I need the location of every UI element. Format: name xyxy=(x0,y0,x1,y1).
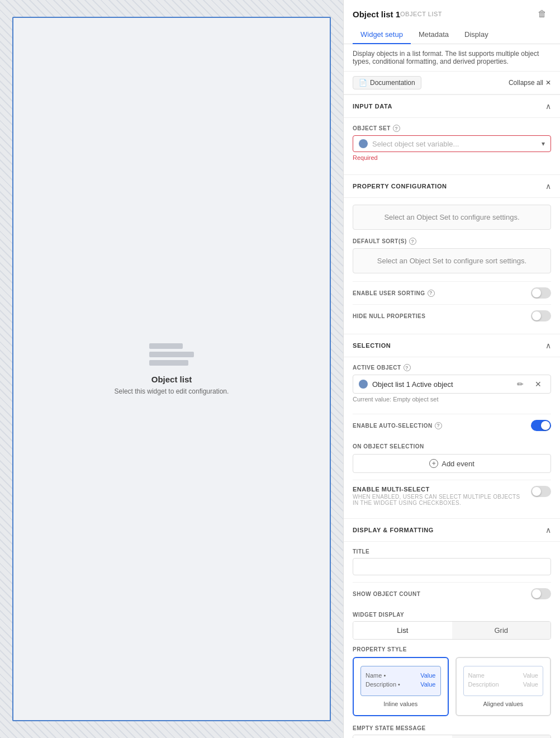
inline-values-card[interactable]: Name • Value Description • Value Inline … xyxy=(353,657,449,716)
show-object-count-toggle[interactable] xyxy=(531,588,551,599)
settings-placeholder: Select an Object Set to configure settin… xyxy=(353,205,551,230)
select-chevron-icon: ▾ xyxy=(542,140,545,148)
object-set-select[interactable]: Select object set variable... ▾ xyxy=(353,135,551,152)
toggle-knob xyxy=(532,288,541,297)
sort-placeholder-text: Select an Object Set to configure sort s… xyxy=(377,257,526,265)
plus-circle-icon: + xyxy=(429,459,438,468)
empty-state-group: EMPTY STATE MESSAGE Default Custom xyxy=(353,725,551,738)
display-formatting-section-header[interactable]: DISPLAY & FORMATTING ∧ xyxy=(344,518,560,542)
right-panel: Object list 1 OBJECT LIST 🗑 Widget setup… xyxy=(343,0,560,738)
panel-title-row: Object list 1 OBJECT LIST 🗑 xyxy=(353,7,551,21)
aligned-values-label: Aligned values xyxy=(463,701,544,707)
clear-active-object-button[interactable]: ✕ xyxy=(531,379,545,390)
on-object-selection-group: ON OBJECT SELECTION + Add event xyxy=(353,443,551,473)
active-object-value: Object list 1 Active object xyxy=(372,380,509,389)
enable-auto-selection-toggle[interactable] xyxy=(531,420,551,431)
widget-display-toggle-group: List Grid xyxy=(353,621,551,640)
tab-display[interactable]: Display xyxy=(457,26,496,44)
prop2-value2: Value xyxy=(523,681,538,688)
toggle-knob-4 xyxy=(532,487,541,496)
active-object-icon xyxy=(359,380,368,389)
current-value-text: Current value: Empty object set xyxy=(353,394,551,407)
active-object-field: Object list 1 Active object ✏ ✕ xyxy=(353,375,551,394)
property-style-label: PROPERTY STYLE xyxy=(353,646,551,652)
required-label: Required xyxy=(353,154,551,161)
prop2-desc: Description xyxy=(468,681,499,688)
doc-icon: 📄 xyxy=(359,79,367,87)
show-object-count-row: SHOW OBJECT COUNT xyxy=(353,582,551,605)
collapse-all-button[interactable]: Collapse all ✕ xyxy=(509,79,551,87)
default-sort-field-group: DEFAULT SORT(S) ? Select an Object Set t… xyxy=(353,238,551,273)
aligned-values-card[interactable]: Name Value Description Value Aligned val… xyxy=(455,657,552,716)
description-text: Display objects in a list format. The li… xyxy=(353,50,539,65)
enable-sorting-toggle[interactable] xyxy=(531,287,551,299)
documentation-button[interactable]: 📄 Documentation xyxy=(353,76,421,89)
display-formatting-chevron: ∧ xyxy=(545,526,551,534)
tab-metadata[interactable]: Metadata xyxy=(411,26,457,44)
hide-null-toggle[interactable] xyxy=(531,310,551,321)
sort-help-icon[interactable]: ? xyxy=(409,238,416,245)
input-data-chevron: ∧ xyxy=(545,102,551,111)
property-config-section-header[interactable]: PROPERTY CONFIGURATION ∧ xyxy=(344,174,560,198)
icon-bar-1 xyxy=(149,343,183,349)
default-sorts-label: DEFAULT SORT(S) ? xyxy=(353,238,551,245)
toggle-knob-3 xyxy=(541,421,550,430)
delete-button[interactable]: 🗑 xyxy=(533,7,551,21)
canvas-widget-subtitle: Select this widget to edit configuration… xyxy=(115,387,229,395)
widget-display-label: WIDGET DISPLAY xyxy=(353,612,551,618)
enable-sorting-label: ENABLE USER SORTING ? xyxy=(353,290,435,297)
prop2-name: Name xyxy=(468,672,485,679)
multi-select-label-group: ENABLE MULTI-SELECT WHEN ENABLED, USERS … xyxy=(353,486,531,506)
settings-placeholder-text: Select an Object Set to configure settin… xyxy=(384,213,519,221)
selection-section-header[interactable]: SELECTION ∧ xyxy=(344,334,560,357)
property-style-group: PROPERTY STYLE Name • Value Description … xyxy=(353,646,551,716)
default-empty-state-button[interactable]: Default xyxy=(353,735,452,738)
enable-sorting-row: ENABLE USER SORTING ? xyxy=(353,281,551,304)
tab-widget-setup[interactable]: Widget setup xyxy=(353,26,411,44)
aligned-card-inner: Name Value Description Value xyxy=(463,666,544,696)
list-view-button[interactable]: List xyxy=(353,622,452,639)
input-data-label: INPUT DATA xyxy=(353,103,392,110)
show-object-count-label: SHOW OBJECT COUNT xyxy=(353,591,420,597)
sort-placeholder-box: Select an Object Set to configure sort s… xyxy=(353,248,551,273)
enable-auto-selection-row: ENABLE AUTO-SELECTION ? xyxy=(353,414,551,437)
title-input[interactable] xyxy=(353,558,551,575)
widget-display-group: WIDGET DISPLAY List Grid xyxy=(353,612,551,640)
prop-row-4: Description Value xyxy=(468,681,539,688)
selection-label: SELECTION xyxy=(353,342,391,349)
prop-row-1: Name • Value xyxy=(366,672,436,679)
edit-active-object-button[interactable]: ✏ xyxy=(514,379,527,390)
property-style-row: Name • Value Description • Value Inline … xyxy=(353,657,551,716)
object-set-placeholder: Select object set variable... xyxy=(372,140,542,148)
canvas-area: Object list Select this widget to edit c… xyxy=(0,0,343,738)
active-object-field-group: ACTIVE OBJECT ? Object list 1 Active obj… xyxy=(353,364,551,407)
doc-button-label: Documentation xyxy=(370,79,415,87)
on-object-selection-label: ON OBJECT SELECTION xyxy=(353,443,551,450)
icon-bar-2 xyxy=(149,352,194,357)
property-config-content: Select an Object Set to configure settin… xyxy=(344,198,560,334)
canvas-inner[interactable]: Object list Select this widget to edit c… xyxy=(12,17,331,721)
enable-multi-select-row: ENABLE MULTI-SELECT WHEN ENABLED, USERS … xyxy=(353,480,551,512)
auto-selection-help-icon[interactable]: ? xyxy=(435,422,442,429)
enable-multi-select-toggle[interactable] xyxy=(531,486,551,497)
active-object-label: ACTIVE OBJECT ? xyxy=(353,364,551,371)
custom-empty-state-button[interactable]: Custom xyxy=(452,735,551,738)
input-data-section-header[interactable]: INPUT DATA ∧ xyxy=(344,94,560,118)
object-set-label: OBJECT SET ? xyxy=(353,125,551,132)
empty-state-toggle-group: Default Custom xyxy=(353,735,551,738)
grid-view-button[interactable]: Grid xyxy=(452,622,551,639)
inline-values-label: Inline values xyxy=(360,701,441,707)
prop1-value: Value xyxy=(420,672,435,679)
object-set-help-icon[interactable]: ? xyxy=(393,125,400,132)
active-object-help-icon[interactable]: ? xyxy=(404,364,411,371)
canvas-widget-title: Object list xyxy=(151,375,192,384)
hide-null-row: HIDE NULL PROPERTIES xyxy=(353,304,551,327)
icon-bar-3 xyxy=(149,360,188,366)
panel-header: Object list 1 OBJECT LIST 🗑 Widget setup… xyxy=(344,0,560,44)
panel-body: Display objects in a list format. The li… xyxy=(344,44,560,738)
add-event-button[interactable]: + Add event xyxy=(353,454,551,473)
toggle-knob-2 xyxy=(532,311,541,320)
selection-chevron: ∧ xyxy=(545,341,551,350)
object-set-field-group: OBJECT SET ? Select object set variable.… xyxy=(353,125,551,161)
sorting-help-icon[interactable]: ? xyxy=(428,290,435,297)
